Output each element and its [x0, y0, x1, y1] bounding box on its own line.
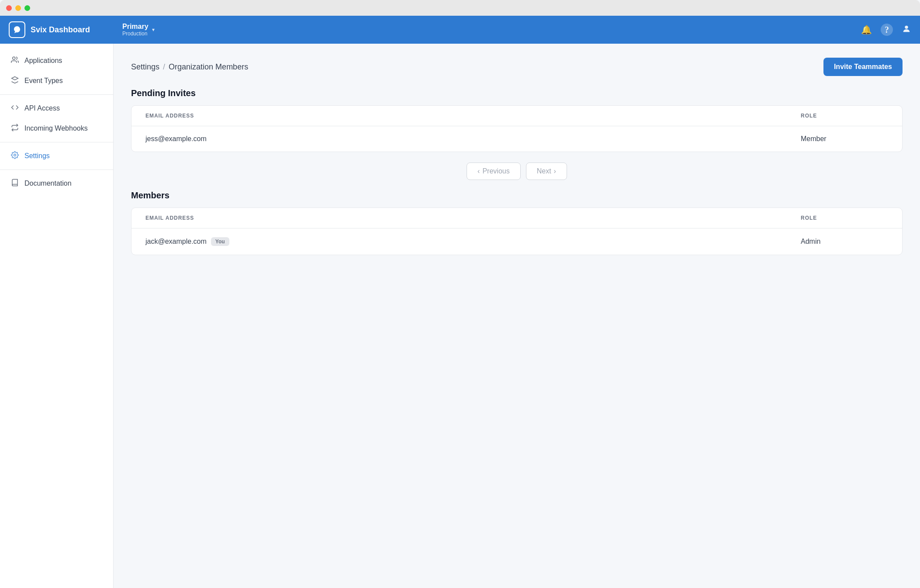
table-row: jack@example.com You Admin [131, 228, 902, 255]
documentation-icon [10, 179, 19, 188]
user-icon[interactable] [902, 24, 911, 36]
maximize-button[interactable] [24, 5, 30, 11]
close-button[interactable] [6, 5, 12, 11]
top-header: Svix Dashboard Primary Production ▾ 🔔 ? [0, 16, 920, 44]
invite-teammates-button[interactable]: Invite Teammates [823, 58, 903, 76]
main-layout: Applications Event Types API Access Inco [0, 44, 920, 588]
event-types-icon [10, 76, 19, 86]
breadcrumb-current: Organization Members [169, 62, 248, 72]
breadcrumb-settings: Settings [131, 62, 159, 72]
sidebar-item-settings[interactable]: Settings [0, 146, 113, 166]
svg-point-1 [13, 57, 15, 59]
pending-invites-table: EMAIL ADDRESS ROLE jess@example.com Memb… [131, 105, 903, 152]
logo-icon [9, 21, 25, 38]
pending-email-col-header: EMAIL ADDRESS [145, 113, 801, 119]
member-email-cell: jack@example.com You [145, 237, 801, 246]
svg-point-0 [905, 25, 908, 28]
sidebar-label-applications: Applications [24, 57, 62, 65]
breadcrumb: Settings / Organization Members [131, 62, 248, 72]
env-name: Primary [122, 23, 149, 31]
env-selector[interactable]: Primary Production ▾ [122, 23, 861, 37]
sidebar-item-applications[interactable]: Applications [0, 51, 113, 71]
sidebar: Applications Event Types API Access Inco [0, 44, 114, 588]
svg-point-3 [14, 154, 16, 156]
sidebar-label-event-types: Event Types [24, 77, 63, 85]
content-area: Settings / Organization Members Invite T… [114, 44, 920, 588]
sidebar-label-settings: Settings [24, 152, 50, 160]
bell-icon[interactable]: 🔔 [861, 24, 872, 35]
help-icon[interactable]: ? [881, 24, 893, 36]
previous-button[interactable]: ‹ Previous [467, 163, 521, 180]
pending-role-col-header: ROLE [801, 113, 888, 119]
previous-icon: ‹ [477, 167, 480, 175]
incoming-webhooks-icon [10, 124, 19, 133]
previous-label: Previous [482, 167, 509, 175]
app-container: Svix Dashboard Primary Production ▾ 🔔 ? [0, 16, 920, 588]
sidebar-divider-2 [0, 142, 113, 142]
member-email-text: jack@example.com [145, 238, 207, 246]
pagination: ‹ Previous Next › [131, 163, 903, 180]
page-header: Settings / Organization Members Invite T… [131, 58, 903, 76]
breadcrumb-separator: / [163, 62, 165, 72]
chevron-down-icon: ▾ [152, 27, 155, 33]
members-header: EMAIL ADDRESS ROLE [131, 208, 902, 228]
sidebar-item-incoming-webhooks[interactable]: Incoming Webhooks [0, 118, 113, 138]
members-title: Members [131, 190, 903, 201]
sidebar-item-event-types[interactable]: Event Types [0, 71, 113, 91]
members-role-col-header: ROLE [801, 215, 888, 221]
settings-icon [10, 151, 19, 161]
members-table: EMAIL ADDRESS ROLE jack@example.com You … [131, 208, 903, 255]
sidebar-item-api-access[interactable]: API Access [0, 98, 113, 118]
sidebar-item-documentation[interactable]: Documentation [0, 173, 113, 194]
members-email-col-header: EMAIL ADDRESS [145, 215, 801, 221]
env-sub: Production [122, 31, 149, 37]
next-label: Next [537, 167, 551, 175]
next-icon: › [554, 167, 556, 175]
you-badge: You [211, 237, 229, 246]
sidebar-logo-area: Svix Dashboard [9, 21, 122, 38]
svg-marker-2 [12, 77, 18, 80]
sidebar-divider-1 [0, 94, 113, 95]
table-row: jess@example.com Member [131, 126, 902, 152]
sidebar-label-documentation: Documentation [24, 180, 72, 187]
window-chrome [0, 0, 920, 16]
pending-invites-title: Pending Invites [131, 88, 903, 98]
sidebar-divider-3 [0, 169, 113, 170]
pending-role-cell: Member [801, 135, 888, 143]
pending-invites-header: EMAIL ADDRESS ROLE [131, 106, 902, 126]
api-access-icon [10, 104, 19, 113]
app-title: Svix Dashboard [31, 25, 90, 35]
next-button[interactable]: Next › [526, 163, 567, 180]
sidebar-label-api-access: API Access [24, 104, 60, 112]
applications-icon [10, 56, 19, 66]
header-actions: 🔔 ? [861, 24, 911, 36]
member-role-cell: Admin [801, 238, 888, 246]
pending-email-cell: jess@example.com [145, 135, 801, 143]
sidebar-label-incoming-webhooks: Incoming Webhooks [24, 125, 88, 132]
minimize-button[interactable] [15, 5, 21, 11]
env-text: Primary Production [122, 23, 149, 37]
